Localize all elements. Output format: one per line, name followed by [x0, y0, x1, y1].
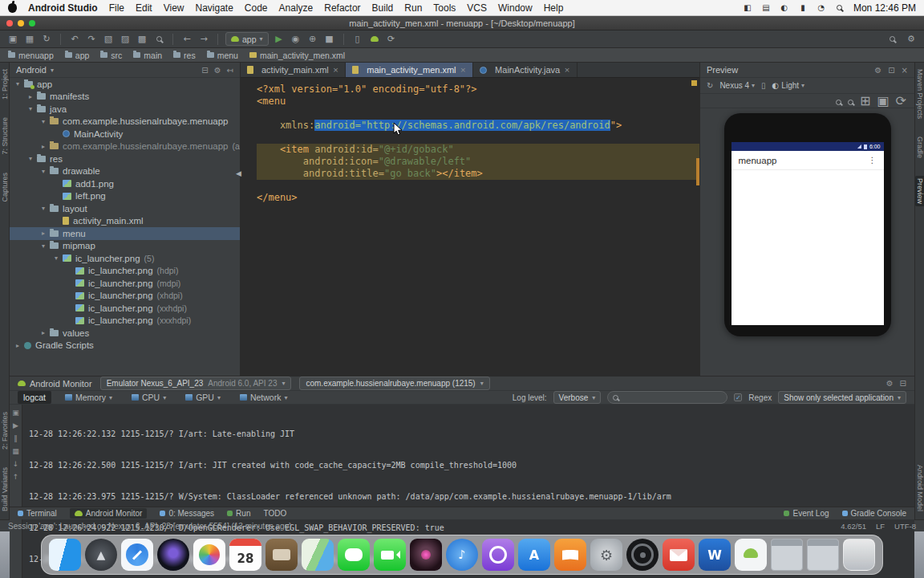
process-selector-dropdown[interactable]: com.example.hussienalrubaye.menuapp (121… [299, 377, 489, 390]
tree-item-layout[interactable]: layout [10, 202, 240, 215]
minimized-window-thumbnail[interactable] [807, 539, 839, 571]
tree-item-menu[interactable]: menu [10, 227, 240, 240]
back-icon[interactable]: ← [180, 33, 193, 46]
run-icon[interactable]: ▶ [273, 33, 286, 46]
breadcrumb-main[interactable]: main [133, 51, 162, 60]
device-selector-dropdown[interactable]: Emulator Nexus_6_API_23Android 6.0, API … [100, 377, 292, 390]
regex-checkbox[interactable]: ✓ [734, 393, 742, 401]
tool-button-maven-projects[interactable]: Maven Projects [916, 69, 924, 119]
tree-item-package-androidtest[interactable]: com.example.hussienalrubaye.menuapp(andr [10, 140, 240, 153]
chevron-down-icon[interactable] [42, 205, 50, 212]
breadcrumb-app[interactable]: app [65, 51, 90, 60]
tab-network[interactable]: Network▾ [234, 391, 294, 404]
tree-item-ic-launcher-hdpi[interactable]: ic_launcher.png(hdpi) [10, 265, 240, 278]
tool-button-gradle-console[interactable]: Gradle Console [842, 509, 906, 518]
collapse-panel-arrow-icon[interactable]: ◀ [236, 168, 241, 180]
tool-button-favorites[interactable]: 2: Favorites [1, 412, 9, 450]
tool-button-structure[interactable]: 7: Structure [1, 117, 9, 155]
tool-button-captures[interactable]: Captures [1, 173, 9, 202]
hide-panel-icon[interactable]: ⊟ [900, 379, 906, 388]
tab-gpu[interactable]: GPU▾ [180, 391, 226, 404]
zoom-in-icon[interactable] [848, 94, 853, 108]
wifi-icon[interactable]: ◔ [817, 3, 826, 12]
safari-icon[interactable] [121, 539, 153, 571]
open-project-icon[interactable]: ▣ [6, 33, 19, 46]
find-icon[interactable] [152, 33, 165, 46]
orientation-icon[interactable]: ▯ [761, 81, 766, 90]
contacts-icon[interactable] [265, 539, 298, 571]
photo-booth-icon[interactable] [410, 539, 442, 571]
finder-icon[interactable] [49, 539, 81, 571]
tree-item-mipmap[interactable]: mipmap [10, 240, 240, 253]
minimize-window-button[interactable] [18, 20, 24, 26]
breadcrumb-menuapp[interactable]: menuapp [8, 51, 54, 60]
scroll-up-icon[interactable]: ↑ [13, 473, 19, 481]
close-window-button[interactable] [6, 20, 13, 26]
messages-icon[interactable] [338, 539, 370, 571]
maps-icon[interactable] [302, 539, 334, 571]
close-icon[interactable]: × [902, 66, 908, 75]
menu-run[interactable]: Run [404, 2, 422, 14]
theme-dropdown[interactable]: ◐Light▾ [772, 81, 804, 90]
chevron-down-icon[interactable] [42, 242, 50, 250]
tool-button-build-variants[interactable]: Build Variants [1, 467, 9, 511]
refresh-preview-icon[interactable]: ⟳ [896, 93, 906, 108]
breadcrumb-menu[interactable]: menu [207, 51, 238, 60]
zoom-window-button[interactable] [29, 20, 35, 26]
tool-button-messages[interactable]: 0: Messages [160, 509, 214, 518]
tree-item-drawable[interactable]: drawable [10, 165, 240, 178]
caret-position[interactable]: 4.62/51 [841, 522, 866, 531]
close-icon[interactable]: × [564, 66, 570, 74]
tree-item-java[interactable]: java [10, 103, 240, 116]
collapse-all-icon[interactable]: ⊟ [201, 66, 208, 75]
paste-icon[interactable]: ▩ [136, 33, 148, 46]
bluetooth-icon[interactable]: ◧ [743, 3, 752, 12]
code-editor[interactable]: ◀ <?xml version="1.0" encoding="utf-8"?>… [241, 78, 699, 376]
run-configuration-dropdown[interactable]: app ▾ [225, 32, 269, 46]
menu-edit[interactable]: Edit [136, 2, 152, 14]
battery-icon[interactable]: ▮ [798, 3, 808, 12]
simulator-icon[interactable] [626, 539, 659, 571]
breadcrumb-src[interactable]: src [100, 51, 122, 60]
android-app-icon[interactable] [735, 539, 767, 571]
tab-mainactivity-java[interactable]: MainActivity.java× [473, 63, 578, 77]
itunes-icon[interactable]: ♪ [446, 539, 478, 571]
tool-button-gradle[interactable]: Gradle [916, 136, 924, 158]
zoom-out-icon[interactable] [836, 94, 841, 108]
settings-gear-icon[interactable]: ⚙ [214, 66, 221, 75]
tree-item-mainactivity[interactable]: MainActivity [10, 128, 240, 140]
sync-icon[interactable]: ↻ [40, 33, 53, 46]
tree-item-package[interactable]: com.example.hussienalrubaye.menuapp [10, 116, 240, 128]
scroll-down-icon[interactable]: ↓ [13, 460, 19, 468]
line-separator-indicator[interactable]: LF [876, 522, 885, 531]
tree-item-app[interactable]: app [10, 78, 240, 91]
trash-icon[interactable] [843, 539, 875, 571]
menu-app-name[interactable]: Android Studio [28, 2, 98, 14]
tab-cpu[interactable]: CPU▾ [126, 391, 172, 404]
tree-item-values[interactable]: values [10, 327, 240, 340]
save-all-icon[interactable]: ▦ [23, 33, 36, 46]
settings-gear-icon[interactable]: ⚙ [886, 379, 894, 388]
zoom-actual-icon[interactable]: ▣ [877, 93, 889, 108]
tool-button-todo[interactable]: TODO [263, 509, 286, 518]
tool-button-event-log[interactable]: Event Log [784, 509, 829, 518]
screenshot-icon[interactable]: ▣ [12, 409, 19, 417]
calendar-icon[interactable]: 28 [229, 539, 261, 571]
menu-window[interactable]: Window [498, 2, 533, 14]
menu-refactor[interactable]: Refactor [324, 2, 360, 14]
forward-icon[interactable]: → [197, 33, 210, 46]
volume-icon[interactable]: ◐ [780, 3, 789, 12]
menu-navigate[interactable]: Navigate [195, 2, 233, 14]
chevron-right-icon[interactable] [16, 342, 24, 349]
zoom-fit-icon[interactable]: ⊞ [860, 93, 870, 108]
hide-panel-icon[interactable]: ↤ [227, 66, 233, 75]
chevron-down-icon[interactable] [29, 155, 37, 162]
siri-icon[interactable] [157, 539, 189, 571]
menubar-clock[interactable]: Mon 12:46 PM [853, 2, 916, 14]
clear-logcat-icon[interactable]: ▦ [12, 447, 19, 455]
device-dropdown[interactable]: Nexus 4▾ [719, 81, 755, 90]
redo-icon[interactable]: ↷ [85, 33, 98, 46]
tree-item-activity-main-xml[interactable]: activity_main.xml [10, 215, 240, 228]
breadcrumb-res[interactable]: res [173, 51, 196, 60]
tree-item-gradle-scripts[interactable]: Gradle Scripts [10, 340, 240, 352]
